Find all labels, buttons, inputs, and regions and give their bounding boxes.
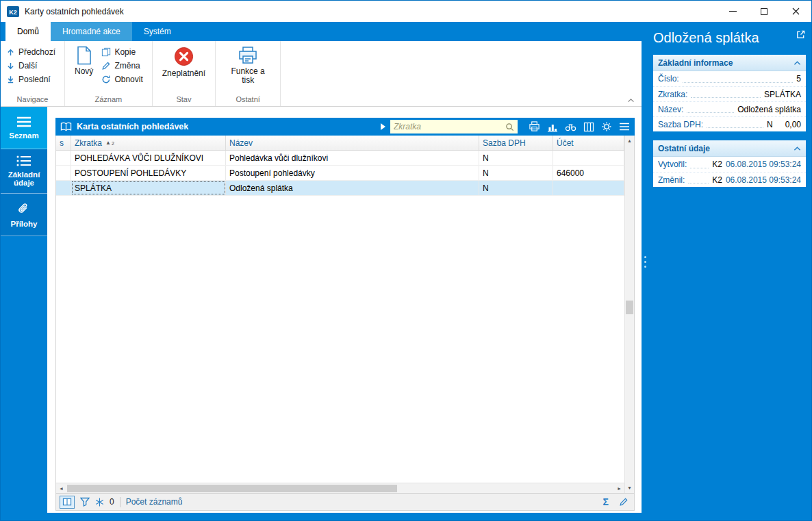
group-label-zaznam: Záznam (68, 94, 149, 106)
ribbon-group-zaznam: Nový Kopie Změna (65, 41, 153, 106)
grid-panel: Karta ostatních pohledávek (55, 118, 635, 511)
form-icon (16, 155, 31, 166)
ribbon-tabstrip: Domů Hromadné akce Systém (1, 22, 642, 41)
group-label-navigace: Navigace (4, 94, 61, 106)
scroll-right-icon[interactable]: ► (614, 483, 624, 493)
search-box (390, 120, 518, 134)
functions-print-button[interactable]: Funkce a tisk (219, 43, 277, 85)
column-header-s[interactable]: s (56, 136, 71, 150)
column-header-nazev[interactable]: Název (226, 136, 479, 150)
section-basic-info-header[interactable]: Základní informace (653, 55, 806, 71)
app-icon: K2 (6, 5, 20, 18)
section-other-info: Ostatní údaje Vytvořil: K2 06.08.2015 09… (653, 140, 806, 187)
search-icon[interactable] (505, 123, 514, 131)
vertical-scrollbar[interactable]: ▲ ▼ (624, 136, 634, 493)
table-row-selected[interactable]: SPLÁTKA Odložená splátka N (56, 181, 624, 196)
window-title: Karty ostatních pohledávek (25, 7, 124, 16)
left-sidebar: Seznam Základní údaje Přílohy (1, 107, 47, 520)
expand-arrow-icon[interactable] (380, 123, 385, 130)
main-content: Karta ostatních pohledávek (47, 107, 642, 513)
column-header-sazba-dph[interactable]: Sazba DPH (479, 136, 553, 150)
field-zmenil: Změnil: K2 06.08.2015 09:53:24 (653, 172, 806, 187)
last-button[interactable]: Poslední (4, 73, 56, 86)
maximize-button[interactable] (748, 1, 780, 22)
chevron-up-icon (794, 146, 801, 151)
copy-icon (101, 47, 111, 57)
ribbon-group-ostatni: Funkce a tisk Ostatní (216, 41, 281, 106)
minimize-button[interactable] (717, 1, 748, 22)
refresh-icon (101, 75, 111, 84)
edit-pencil-icon[interactable] (619, 497, 629, 507)
svg-text:K2: K2 (9, 9, 17, 16)
paperclip-icon (17, 202, 31, 216)
view-mode-toggle[interactable] (60, 496, 75, 509)
group-label-ostatni: Ostatní (219, 94, 277, 106)
chart-icon[interactable] (547, 122, 558, 132)
tab-system[interactable]: Systém (132, 22, 183, 41)
horizontal-scroll-thumb[interactable] (67, 485, 397, 492)
scroll-up-icon[interactable]: ▲ (625, 136, 634, 146)
sidebar-item-prilohy[interactable]: Přílohy (1, 194, 47, 236)
scroll-left-icon[interactable]: ◄ (56, 483, 66, 493)
section-basic-info: Základní informace Číslo: 5 Zkratka: SPL… (653, 55, 806, 131)
tab-hromadne-akce[interactable]: Hromadné akce (51, 22, 132, 41)
new-button[interactable]: Nový (68, 43, 99, 76)
column-header-ucet[interactable]: Účet (553, 136, 624, 150)
sum-icon[interactable]: Σ (603, 496, 609, 507)
change-button[interactable]: Změna (99, 60, 148, 72)
ribbon-collapse-icon[interactable] (627, 98, 635, 103)
binoculars-icon[interactable] (565, 122, 576, 132)
columns-icon[interactable] (583, 122, 594, 132)
group-label-stav: Stav (156, 94, 212, 106)
titlebar: K2 Karty ostatních pohledávek (1, 1, 811, 22)
filter-icon[interactable] (80, 497, 90, 507)
settings-icon[interactable] (601, 121, 612, 132)
table-row[interactable]: POSTOUPENÍ POHLEDÁVKY Postoupení pohledá… (56, 166, 624, 181)
tab-domu[interactable]: Domů (5, 22, 51, 41)
ribbon-group-navigace: Předchozí Další Poslední Navigace (1, 41, 65, 106)
copy-button[interactable]: Kopie (99, 46, 148, 58)
open-in-window-icon[interactable] (796, 29, 806, 40)
record-count-label: Počet záznamů (126, 497, 183, 507)
grid-rows: POHLEDÁVKA VŮČI DLUŽNÍKOVI Pohledávka vů… (56, 151, 624, 483)
snowflake-icon[interactable] (95, 498, 104, 507)
panel-splitter[interactable] (642, 22, 650, 520)
chevron-up-icon (794, 60, 801, 66)
search-input[interactable] (394, 122, 503, 131)
previous-button[interactable]: Předchozí (4, 46, 61, 58)
new-document-icon (76, 46, 92, 65)
field-sazba-dph: Sazba DPH: N 0,00 (653, 116, 806, 131)
column-header-zkratka[interactable]: Zkratka ▲2 (71, 136, 226, 150)
next-button[interactable]: Další (4, 60, 42, 72)
filter-count: 0 (110, 497, 114, 507)
ribbon: Předchozí Další Poslední Navigace (1, 41, 642, 107)
sidebar-item-seznam[interactable]: Seznam (1, 107, 47, 149)
detail-title: Odložená splátka (653, 29, 759, 46)
arrow-down-bar-icon (6, 75, 15, 84)
table-row[interactable]: POHLEDÁVKA VŮČI DLUŽNÍKOVI Pohledávka vů… (56, 151, 624, 166)
field-cislo: Číslo: 5 (653, 71, 806, 86)
invalidate-button[interactable]: Zneplatnění (156, 43, 212, 78)
scroll-down-icon[interactable]: ▼ (625, 483, 634, 493)
refresh-button[interactable]: Obnovit (99, 73, 148, 86)
sidebar-item-zakladni-udaje[interactable]: Základní údaje (1, 149, 47, 194)
field-nazev: Název: Odložená splátka (653, 101, 806, 116)
book-icon (60, 122, 72, 131)
menu-icon[interactable] (619, 123, 630, 131)
column-headers: s Zkratka ▲2 Název Sazba DPH Účet (56, 136, 624, 151)
arrow-up-icon (6, 48, 15, 57)
horizontal-scrollbar[interactable]: ◄ ► (56, 483, 624, 493)
grid-title: Karta ostatních pohledávek (77, 122, 188, 131)
pencil-icon (101, 61, 111, 71)
vertical-scroll-thumb[interactable] (626, 301, 633, 314)
sort-asc-icon: ▲2 (105, 140, 114, 146)
print-icon[interactable] (529, 121, 540, 132)
invalid-red-x-icon (173, 46, 194, 67)
splitter-grip-icon (644, 256, 646, 268)
grid-statusbar: 0 Počet záznamů Σ (56, 493, 634, 510)
close-button[interactable] (780, 1, 811, 22)
section-other-info-header[interactable]: Ostatní údaje (653, 140, 806, 157)
detail-panel: Odložená splátka Základní informace Čísl… (642, 22, 811, 520)
book-view-icon (62, 498, 72, 506)
field-vytvoril: Vytvořil: K2 06.08.2015 09:53:24 (653, 157, 806, 172)
